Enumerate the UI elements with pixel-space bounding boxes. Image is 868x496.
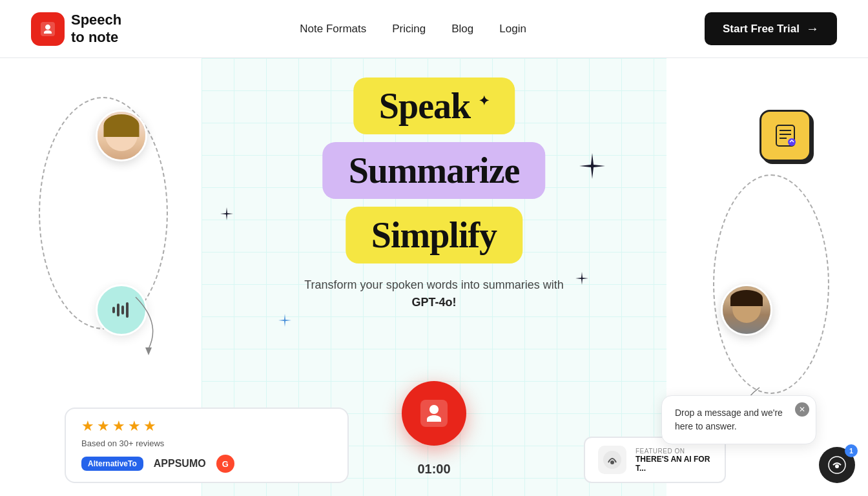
note-icon bbox=[760, 110, 811, 161]
alternativeto-badge: AlternativeTo bbox=[81, 457, 143, 471]
featured-text-area: FEATURED ON THERE'S AN AI FOR T... bbox=[636, 448, 712, 473]
featured-title: THERE'S AN AI FOR T... bbox=[636, 455, 712, 473]
center-app-logo-button[interactable] bbox=[402, 381, 466, 446]
woman-avatar-image bbox=[98, 112, 145, 160]
nav-pricing[interactable]: Pricing bbox=[392, 23, 426, 36]
svg-marker-5 bbox=[145, 347, 152, 355]
hero-content: Speak ✦ Summarize Simplify Transform you… bbox=[304, 78, 563, 311]
timer-display: 01:00 bbox=[417, 462, 450, 477]
svg-rect-2 bbox=[117, 304, 119, 316]
g2-badge: G bbox=[216, 455, 234, 473]
chat-widget: ✕ Drop a message and we're here to answe… bbox=[661, 395, 816, 444]
sparkle-icon-3 bbox=[278, 313, 292, 327]
star-rating: ★ ★ ★ ★ ★ bbox=[81, 418, 332, 435]
sparkle-icon-4 bbox=[575, 271, 589, 285]
reviews-count: Based on 30+ reviews bbox=[81, 439, 332, 448]
svg-rect-1 bbox=[112, 307, 115, 313]
nav-login[interactable]: Login bbox=[499, 23, 526, 36]
navbar: Speech to note Note Formats Pricing Blog… bbox=[0, 0, 868, 58]
arrow-curve-left bbox=[123, 291, 174, 355]
chat-open-button[interactable]: 1 bbox=[819, 447, 855, 483]
featured-label: FEATURED ON bbox=[636, 448, 712, 455]
dashed-circle-right bbox=[713, 174, 829, 394]
svg-point-10 bbox=[788, 138, 796, 146]
featured-icon bbox=[598, 446, 626, 474]
chat-notification-badge: 1 bbox=[845, 444, 858, 457]
hero-pill-simplify: Simplify bbox=[346, 207, 522, 264]
hero-subtitle: Transform your spoken words into summari… bbox=[304, 276, 563, 311]
chat-close-button[interactable]: ✕ bbox=[795, 402, 809, 417]
svg-point-16 bbox=[835, 464, 839, 468]
nav-note-formats[interactable]: Note Formats bbox=[300, 23, 366, 36]
arrow-icon: → bbox=[806, 21, 819, 36]
chat-message: Drop a message and we're here to answer. bbox=[675, 406, 803, 433]
hero-section: Speak ✦ Summarize Simplify Transform you… bbox=[0, 58, 868, 496]
hero-pill-speak: Speak ✦ bbox=[353, 78, 515, 134]
svg-point-14 bbox=[610, 460, 614, 464]
logo-icon bbox=[31, 12, 65, 46]
hero-pill-summarize: Summarize bbox=[323, 142, 546, 199]
appsumo-badge: APPSUMO bbox=[154, 458, 206, 470]
reviews-badge: ★ ★ ★ ★ ★ Based on 30+ reviews Alternati… bbox=[65, 408, 349, 483]
nav-blog[interactable]: Blog bbox=[451, 23, 473, 36]
start-trial-button[interactable]: Start Free Trial → bbox=[705, 12, 837, 45]
sparkle-icon-1 bbox=[578, 152, 606, 180]
svg-point-13 bbox=[603, 451, 621, 469]
avatar-woman bbox=[96, 110, 147, 161]
nav-links: Note Formats Pricing Blog Login bbox=[300, 23, 526, 36]
man-avatar-image bbox=[723, 286, 770, 334]
logo[interactable]: Speech to note bbox=[31, 12, 121, 46]
partner-badges: AlternativeTo APPSUMO G bbox=[81, 455, 332, 473]
logo-text: Speech to note bbox=[71, 12, 121, 46]
avatar-man bbox=[721, 284, 772, 336]
sparkle-icon-2 bbox=[220, 207, 234, 221]
